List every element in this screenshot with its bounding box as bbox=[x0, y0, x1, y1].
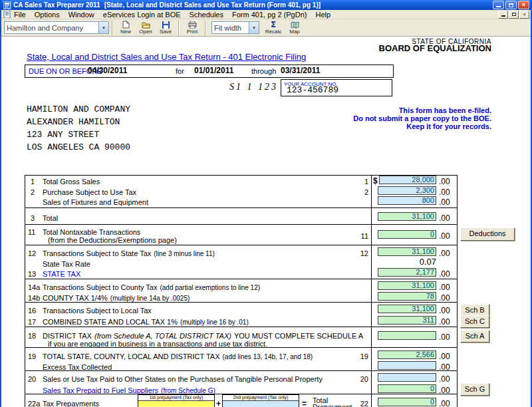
cents-label: .00 bbox=[439, 306, 450, 315]
excess-tax-field[interactable] bbox=[378, 361, 436, 370]
combobox-dropdown-arrow[interactable]: ▼ bbox=[98, 22, 108, 33]
line-1-amount-field[interactable]: 28,000 bbox=[379, 176, 436, 184]
menu-window[interactable]: Window bbox=[68, 11, 94, 19]
close-button[interactable]: × bbox=[518, 1, 529, 9]
sch-c-button[interactable]: Sch C bbox=[460, 315, 489, 328]
state-tax-rate-label: State Tax Rate bbox=[43, 260, 90, 268]
line-11-sublabel: (from the Deductions/Exemptions page) bbox=[48, 236, 177, 244]
mdi-restore-icon bbox=[512, 13, 516, 16]
address-line-company: HAMILTON AND COMPANY bbox=[27, 106, 130, 114]
excess-tax-label: Excess Tax Collected bbox=[43, 363, 112, 371]
table-column-divider bbox=[371, 175, 372, 407]
line-14b-label: COUNTY TAX 1/4%(multiply line 14a by .00… bbox=[43, 294, 190, 303]
board-of-equalization-label: BOARD OF EQUALIZATION bbox=[292, 45, 491, 53]
line-3-number: 3 bbox=[31, 214, 35, 222]
menu-schedules[interactable]: Schedules bbox=[190, 11, 223, 19]
open-button-label: Open bbox=[139, 29, 152, 35]
new-button[interactable]: New bbox=[116, 20, 136, 36]
menu-eservices[interactable]: eServices Login at BOE bbox=[103, 11, 181, 19]
save-button[interactable]: Save bbox=[156, 20, 176, 36]
cents-label: .00 bbox=[439, 352, 450, 361]
second-prepayment-field[interactable] bbox=[223, 400, 299, 407]
line-22a-number: 22a bbox=[28, 400, 40, 407]
recalc-button[interactable]: Σ Recalc bbox=[262, 20, 285, 36]
line-11-number: 11 bbox=[28, 228, 35, 236]
line-3-label: Total bbox=[43, 214, 58, 222]
map-button-label: Map bbox=[289, 29, 300, 35]
mdi-minimize-button[interactable] bbox=[498, 11, 508, 19]
window-title: CA Sales Tax Preparer 2011[State, Local … bbox=[13, 1, 493, 9]
line-1-number: 1 bbox=[31, 178, 35, 186]
line-20-ref: 20 bbox=[347, 375, 368, 383]
line-16-amount-field: 31,100 bbox=[378, 305, 436, 313]
line-1-label: Total Gross Sales bbox=[43, 178, 100, 186]
printer-icon bbox=[188, 21, 197, 29]
line-16-number: 16 bbox=[28, 307, 36, 315]
cents-label: .00 bbox=[439, 283, 450, 292]
line-3-total-field: 31,100 bbox=[378, 212, 436, 221]
line-13-number: 13 bbox=[28, 270, 36, 278]
first-prepayment-field[interactable] bbox=[138, 400, 214, 407]
cents-label: .00 bbox=[439, 177, 450, 186]
company-combobox[interactable]: Hamilton and Company ▼ bbox=[4, 21, 109, 34]
menu-help[interactable]: Help bbox=[315, 11, 331, 19]
sch-a-button[interactable]: Sch A bbox=[460, 330, 489, 342]
efiled-note-line2: Do not submit a paper copy to the BOE. bbox=[292, 114, 491, 122]
line-13-label: STATE TAX bbox=[43, 270, 80, 278]
open-button[interactable]: Open bbox=[136, 20, 156, 36]
address-line-city: LOS ANGELES CA 90000 bbox=[27, 144, 130, 152]
total-prepayment-field: 0 bbox=[378, 398, 436, 406]
line-22a-label: Tax Prepayments bbox=[43, 400, 99, 407]
new-button-label: New bbox=[120, 29, 131, 35]
zoom-combobox[interactable]: Fit width ▼ bbox=[211, 21, 259, 34]
new-document-icon bbox=[122, 21, 130, 29]
line-19-ref: 19 bbox=[347, 352, 368, 360]
line-19-label: TOTAL STATE, COUNTY, LOCAL AND DISTRICT … bbox=[43, 352, 313, 361]
cents-label: .00 bbox=[439, 213, 450, 223]
address-line-name: ALEXANDER HAMILTON bbox=[27, 118, 120, 126]
restore-button[interactable] bbox=[505, 1, 517, 9]
form-title: State, Local and District Sales and Use … bbox=[27, 53, 306, 61]
table-divider bbox=[25, 207, 458, 208]
window-controls: × bbox=[493, 1, 529, 9]
line-18-label: DISTRICT TAX(from Schedule A, TOTAL DIST… bbox=[43, 332, 363, 340]
app-icon bbox=[3, 1, 11, 9]
first-prepayment-box: 1st prepayment (Tax only) bbox=[138, 394, 215, 407]
cents-label: .00 bbox=[439, 198, 450, 207]
cents-label: .00 bbox=[439, 333, 450, 342]
line-12-label: Transactions Subject to State Tax(line 3… bbox=[43, 249, 215, 258]
line-12-number: 12 bbox=[28, 249, 36, 257]
titlebar: CA Sales Tax Preparer 2011[State, Local … bbox=[1, 0, 531, 10]
mdi-window-controls: × bbox=[498, 11, 531, 19]
line-2-ref: 2 bbox=[347, 188, 368, 196]
deductions-button[interactable]: Deductions bbox=[460, 227, 515, 241]
menu-form401-pg2[interactable]: Form 401, pg 2 (PgDn) bbox=[232, 11, 307, 19]
menu-file[interactable]: File bbox=[14, 11, 26, 19]
line-14b-amount-field: 78 bbox=[378, 292, 436, 301]
cents-label: .00 bbox=[439, 386, 450, 395]
cents-label: .00 bbox=[439, 249, 450, 258]
second-prepayment-label: 2nd prepayment (Tax only) bbox=[223, 395, 299, 400]
cents-label: .00 bbox=[439, 317, 450, 327]
map-button[interactable]: Map bbox=[285, 20, 305, 36]
print-button[interactable]: Print bbox=[182, 20, 202, 36]
line-11-amount-field: 0 bbox=[378, 230, 436, 239]
through-label: through bbox=[251, 67, 276, 75]
fixtures-amount-field[interactable]: 800 bbox=[378, 196, 436, 205]
menu-options[interactable]: Options bbox=[35, 11, 60, 19]
line-11-label: Total Nontaxable Transactions bbox=[43, 228, 140, 236]
zoom-dropdown-arrow[interactable]: ▼ bbox=[249, 22, 259, 33]
sch-g-button[interactable]: Sch G bbox=[460, 383, 489, 396]
restore-icon bbox=[509, 3, 513, 7]
mdi-close-button[interactable]: × bbox=[519, 11, 529, 19]
line-20-amount-field[interactable] bbox=[378, 373, 436, 382]
mdi-restore-button[interactable] bbox=[509, 11, 519, 19]
open-folder-icon bbox=[142, 21, 150, 29]
app-window: CA Sales Tax Preparer 2011[State, Local … bbox=[0, 0, 532, 407]
minimize-button[interactable] bbox=[493, 1, 504, 9]
line-19-amount-field: 2,566 bbox=[378, 350, 436, 359]
table-divider bbox=[25, 327, 458, 327]
toolbar-separator bbox=[205, 21, 206, 35]
line-2-amount-field[interactable]: 2,300 bbox=[378, 186, 436, 195]
line-18-number: 18 bbox=[28, 332, 36, 340]
